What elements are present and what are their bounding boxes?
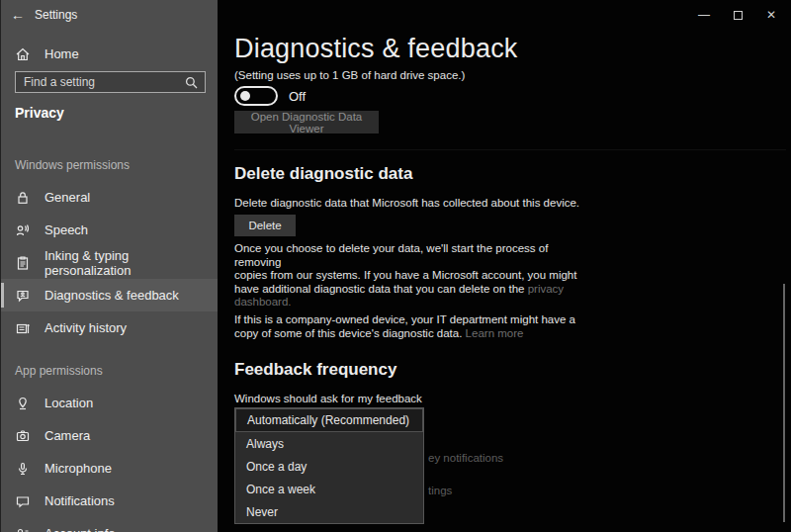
storage-note: (Setting uses up to 1 GB of hard drive s… — [234, 69, 465, 81]
camera-icon — [15, 428, 31, 444]
maximize-icon — [734, 11, 743, 20]
settings-window: ← Settings Home Privacy Windows permissi… — [0, 0, 791, 532]
minimize-icon: — — [698, 8, 710, 22]
microphone-icon — [15, 461, 31, 477]
sidebar-item-label: Activity history — [44, 320, 127, 335]
removal-note: Once you choose to delete your data, we'… — [234, 242, 580, 310]
feedback-section-heading: Feedback frequency — [234, 360, 396, 380]
home-icon — [15, 46, 31, 62]
sidebar: ← Settings Home Privacy Windows permissi… — [0, 0, 218, 532]
company-note-line: copy of some of this device's diagnostic… — [234, 327, 580, 341]
account-icon — [15, 526, 31, 532]
toggle-state-label: Off — [289, 89, 306, 104]
close-button[interactable]: ✕ — [754, 0, 788, 30]
dropdown-option-always[interactable]: Always — [235, 432, 423, 455]
obscured-text-fragment: tings — [428, 485, 452, 496]
search-input[interactable] — [16, 75, 185, 89]
feedback-frequency-dropdown: Automatically (Recommended) Always Once … — [234, 407, 424, 524]
sidebar-item-label: Account info — [44, 526, 116, 532]
sidebar-item-label: Home — [44, 46, 79, 61]
window-controls: — ✕ — [687, 0, 788, 30]
sidebar-item-inking-typing[interactable]: Inking & typing personalization — [1, 246, 219, 279]
removal-note-line: dashboard. — [234, 296, 580, 310]
back-button[interactable]: ← — [1, 0, 35, 30]
back-arrow-icon: ← — [11, 7, 25, 23]
sidebar-item-label: Microphone — [44, 461, 112, 476]
sidebar-item-notifications[interactable]: Notifications — [1, 485, 219, 517]
sidebar-item-label: Inking & typing personalization — [44, 248, 219, 278]
section-divider — [234, 149, 786, 150]
removal-note-line: Once you choose to delete your data, we'… — [234, 242, 580, 269]
notifications-icon — [15, 493, 31, 509]
privacy-dashboard-link[interactable]: dashboard. — [234, 296, 292, 308]
sidebar-item-account-info[interactable]: Account info — [1, 517, 219, 532]
sidebar-item-speech[interactable]: Speech — [1, 214, 219, 246]
company-note-line: If this is a company-owned device, your … — [234, 313, 580, 327]
page-title: Diagnostics & feedback — [234, 34, 518, 64]
dropdown-option-once-a-day[interactable]: Once a day — [235, 455, 423, 478]
delete-section-description: Delete diagnostic data that Microsoft ha… — [234, 197, 579, 211]
sidebar-item-label: Camera — [44, 428, 90, 443]
company-note: If this is a company-owned device, your … — [234, 313, 580, 340]
inking-icon — [15, 255, 31, 271]
sidebar-item-activity-history[interactable]: Activity history — [1, 311, 219, 344]
sidebar-item-diagnostics-feedback[interactable]: Diagnostics & feedback — [1, 279, 219, 311]
maximize-button[interactable] — [721, 0, 754, 30]
sidebar-item-label: Notifications — [44, 493, 115, 508]
dropdown-option-automatically[interactable]: Automatically (Recommended) — [235, 408, 423, 432]
scrollbar[interactable] — [783, 284, 785, 522]
location-icon — [15, 396, 31, 411]
feedback-icon — [15, 288, 31, 304]
sidebar-item-home[interactable]: Home — [1, 38, 219, 70]
sidebar-item-camera[interactable]: Camera — [1, 419, 219, 452]
removal-note-line: have additional diagnostic data that you… — [234, 283, 580, 297]
obscured-text-fragment: ey notifications — [428, 452, 503, 464]
category-title: Privacy — [15, 105, 64, 121]
main-content: — ✕ Diagnostics & feedback (Setting uses… — [218, 0, 791, 532]
search-icon[interactable] — [185, 76, 198, 89]
removal-note-line: copies from our systems. If you have a M… — [234, 269, 580, 283]
minimize-button[interactable]: — — [687, 0, 721, 30]
feedback-frequency-label: Windows should ask for my feedback — [234, 393, 422, 406]
activity-history-icon — [15, 320, 31, 336]
section-label-windows-permissions: Windows permissions — [15, 158, 130, 172]
sidebar-item-general[interactable]: General — [1, 181, 219, 214]
app-title: Settings — [35, 8, 77, 22]
toggle-knob — [240, 91, 250, 101]
open-diagnostic-data-viewer-button[interactable]: Open Diagnostic Data Viewer — [234, 111, 379, 133]
sidebar-item-label: Location — [44, 396, 93, 410]
learn-more-link[interactable]: Learn more — [466, 327, 524, 339]
delete-section-heading: Delete diagnostic data — [234, 164, 412, 184]
sidebar-titlebar: ← Settings — [1, 0, 219, 30]
search-box[interactable] — [15, 71, 206, 93]
privacy-dashboard-link[interactable]: privacy — [528, 283, 564, 295]
speech-icon — [15, 222, 31, 238]
dropdown-option-once-a-week[interactable]: Once a week — [235, 478, 423, 500]
dropdown-option-never[interactable]: Never — [235, 500, 423, 523]
sidebar-item-location[interactable]: Location — [1, 387, 219, 419]
diagnostic-data-toggle[interactable] — [234, 86, 278, 106]
delete-button[interactable]: Delete — [234, 215, 296, 236]
section-label-app-permissions: App permissions — [15, 364, 103, 378]
sidebar-item-label: Diagnostics & feedback — [44, 288, 179, 303]
lock-icon — [15, 190, 31, 206]
close-icon: ✕ — [766, 8, 776, 22]
sidebar-item-label: Speech — [44, 222, 88, 237]
sidebar-item-label: General — [44, 190, 90, 205]
sidebar-item-microphone[interactable]: Microphone — [1, 452, 219, 485]
